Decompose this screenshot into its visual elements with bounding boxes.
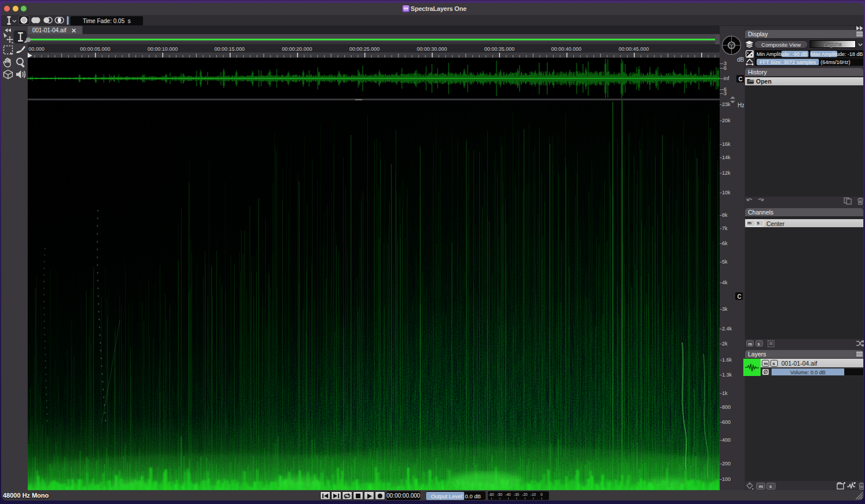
svg-text:00:00:05.000: 00:00:05.000 <box>80 46 111 52</box>
svg-text:00:00:45.000: 00:00:45.000 <box>619 46 649 52</box>
svg-text:00:00:35.000: 00:00:35.000 <box>484 46 515 52</box>
svg-text:00:00:25.000: 00:00:25.000 <box>349 46 380 52</box>
svg-text:0: 0 <box>540 492 543 497</box>
svg-text:-60: -60 <box>488 492 494 497</box>
svg-text:-10: -10 <box>531 492 536 497</box>
svg-text:-20: -20 <box>522 492 528 497</box>
svg-text:00:00:30.000: 00:00:30.000 <box>417 46 447 52</box>
svg-text:00:00:15.000: 00:00:15.000 <box>215 46 245 52</box>
svg-text:00:00:10.000: 00:00:10.000 <box>148 46 178 52</box>
svg-text:00.000: 00.000 <box>29 46 45 52</box>
svg-text:-50: -50 <box>497 492 503 497</box>
svg-text:00:00:20.000: 00:00:20.000 <box>282 46 313 52</box>
svg-text:-40: -40 <box>505 492 511 497</box>
svg-text:00:00:40.000: 00:00:40.000 <box>551 46 582 52</box>
svg-text:-30: -30 <box>514 492 520 497</box>
